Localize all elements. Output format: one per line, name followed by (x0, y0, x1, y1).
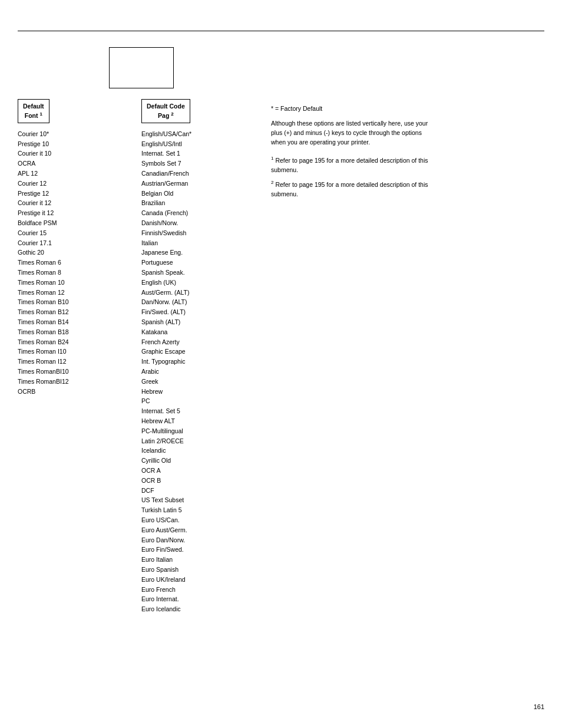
list-item: Courier it 10 (18, 149, 141, 159)
list-item: Times Roman 8 (18, 268, 141, 278)
list-item: Euro Spanish (141, 565, 259, 575)
list-item: Brazilian (141, 198, 259, 208)
list-item: Prestige it 12 (18, 208, 141, 218)
list-item: Boldface PSM (18, 218, 141, 228)
default-code-list: English/USA/Can*English/US/IntlInternat.… (141, 129, 259, 614)
list-item: Euro Aust/Germ. (141, 525, 259, 535)
list-item: Euro Fin/Swed. (141, 545, 259, 555)
list-item: Euro Icelandic (141, 604, 259, 614)
list-item: Canada (French) (141, 208, 259, 218)
list-item: Canadian/French (141, 169, 259, 179)
list-item: Euro US/Can. (141, 515, 259, 525)
list-item: PC (141, 396, 259, 406)
footnote2: 2 Refer to page 195 for a more detailed … (271, 179, 436, 199)
description-text: Although these options are listed vertic… (271, 119, 436, 147)
list-item: Belgian Old (141, 189, 259, 199)
list-item: US Text Subset (141, 495, 259, 505)
list-item: Cyrillic Old (141, 456, 259, 466)
list-item: English/USA/Can* (141, 129, 259, 139)
list-item: Dan/Norw. (ALT) (141, 297, 259, 307)
list-item: Prestige 10 (18, 139, 141, 149)
list-item: Japanese Eng. (141, 248, 259, 258)
default-code-column: Default Code Pag 2 English/USA/Can*Engli… (141, 99, 259, 614)
list-item: Portuguese (141, 258, 259, 268)
list-item: Courier 12 (18, 179, 141, 189)
list-item: Times Roman 12 (18, 288, 141, 298)
top-divider (18, 31, 544, 31)
list-item: Internat. Set 1 (141, 149, 259, 159)
list-item: Times Roman I12 (18, 357, 141, 367)
default-code-header: Default Code Pag 2 (141, 99, 190, 123)
list-item: Austrian/German (141, 179, 259, 189)
list-item: Euro French (141, 585, 259, 595)
list-item: English/US/Intl (141, 139, 259, 149)
list-item: OCRA (18, 159, 141, 169)
list-item: Times Roman B14 (18, 317, 141, 327)
list-item: Euro Dan/Norw. (141, 535, 259, 545)
list-item: Times Roman B18 (18, 327, 141, 337)
list-item: Times Roman B24 (18, 337, 141, 347)
list-item: Times RomanBI12 (18, 377, 141, 387)
list-item: Spanish (ALT) (141, 317, 259, 327)
footnote1: 1 Refer to page 195 for a more detailed … (271, 155, 436, 174)
list-item: French Azerty (141, 337, 259, 347)
list-item: Gothic 20 (18, 248, 141, 258)
list-item: Internat. Set 5 (141, 406, 259, 416)
list-item: Arabic (141, 367, 259, 377)
list-item: Hebrew ALT (141, 416, 259, 426)
list-item: Symbols Set 7 (141, 159, 259, 169)
list-item: Courier it 12 (18, 198, 141, 208)
list-item: Times Roman 10 (18, 278, 141, 288)
default-font-header: Default Font 1 (18, 99, 49, 123)
list-item: Times Roman I10 (18, 347, 141, 357)
list-item: Prestige 12 (18, 189, 141, 199)
list-item: Finnish/Swedish (141, 228, 259, 238)
list-item: Aust/Germ. (ALT) (141, 288, 259, 298)
list-item: APL 12 (18, 169, 141, 179)
list-item: Italian (141, 238, 259, 248)
list-item: Courier 10* (18, 129, 141, 139)
list-item: Courier 17.1 (18, 238, 141, 248)
list-item: Courier 15 (18, 228, 141, 238)
page-number: 161 (534, 703, 544, 710)
list-item: Greek (141, 377, 259, 387)
list-item: Fin/Swed. (ALT) (141, 307, 259, 317)
list-item: Euro UK/Ireland (141, 575, 259, 585)
list-item: OCR A (141, 466, 259, 476)
list-item: Turkish Latin 5 (141, 505, 259, 515)
list-item: Latin 2/ROECE (141, 436, 259, 446)
factory-default-label: * = Factory Default (271, 105, 436, 112)
list-item: Hebrew (141, 387, 259, 397)
list-item: OCRB (18, 387, 141, 397)
list-item: Icelandic (141, 446, 259, 456)
default-font-label: Default Font 1 (23, 103, 44, 119)
default-font-column: Default Font 1 Courier 10*Prestige 10Cou… (18, 99, 141, 614)
list-item: OCR B (141, 476, 259, 486)
list-item: Graphic Escape (141, 347, 259, 357)
list-item: Euro Internat. (141, 594, 259, 604)
list-item: Times Roman B10 (18, 297, 141, 307)
default-font-list: Courier 10*Prestige 10Courier it 10OCRAA… (18, 129, 141, 397)
list-item: Int. Typographic (141, 357, 259, 367)
diagram-box (109, 47, 174, 88)
list-item: Katakana (141, 327, 259, 337)
list-item: Times Roman 6 (18, 258, 141, 268)
list-item: Spanish Speak. (141, 268, 259, 278)
list-item: PC-Multilingual (141, 426, 259, 436)
notes-column: * = Factory Default Although these optio… (271, 99, 436, 614)
list-item: Times Roman B12 (18, 307, 141, 317)
list-item: Euro Italian (141, 555, 259, 565)
default-code-label: Default Code Pag 2 (147, 103, 185, 119)
list-item: Danish/Norw. (141, 218, 259, 228)
list-item: English (UK) (141, 278, 259, 288)
list-item: DCF (141, 486, 259, 496)
list-item: Times RomanBI10 (18, 367, 141, 377)
